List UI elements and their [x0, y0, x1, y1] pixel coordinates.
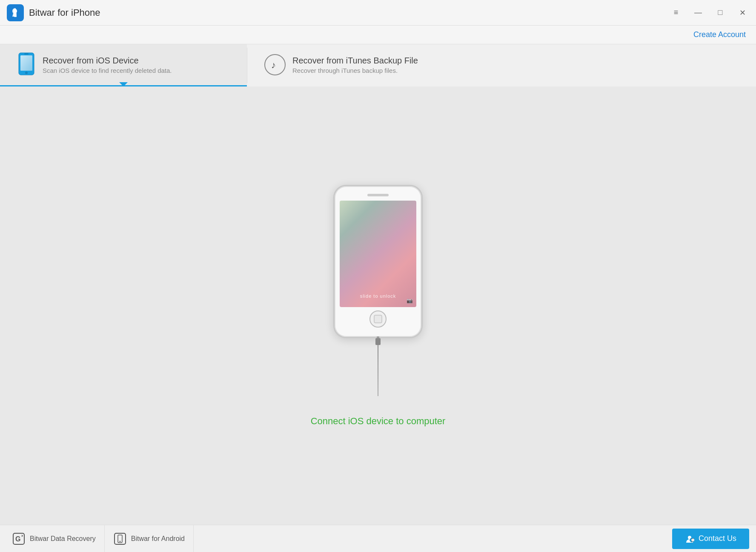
tab-ios-device-title: Recover from iOS Device: [43, 56, 172, 66]
minimize-button[interactable]: —: [691, 6, 705, 20]
ios-device-icon: [17, 52, 36, 78]
phone-speaker: [367, 194, 389, 196]
data-recovery-icon: G: [12, 532, 26, 546]
tabs-container: Recover from iOS Device Scan iOS device …: [0, 44, 756, 86]
contact-us-button[interactable]: 💬 Contact Us: [672, 529, 749, 549]
create-account-link[interactable]: Create Account: [693, 30, 746, 39]
app-logo: [7, 4, 24, 21]
phone-home-button-inner: [374, 315, 382, 323]
tab-itunes-subtitle: Recover through iTunes backup files.: [292, 67, 418, 74]
app-title: Bitwar for iPhone: [29, 7, 669, 18]
tab-itunes-content: Recover from iTunes Backup File Recover …: [292, 56, 418, 74]
itunes-icon: ♪: [264, 54, 286, 75]
connect-ios-text: Connect iOS device to computer: [311, 416, 446, 427]
contact-us-label: Contact Us: [699, 534, 736, 543]
phone-unlock-text: slide to unlock: [360, 293, 396, 299]
svg-text:G: G: [15, 535, 20, 543]
bottom-bar: G Bitwar Data Recovery Bitwar for Androi…: [0, 525, 756, 552]
bottom-app-data-recovery[interactable]: G Bitwar Data Recovery: [3, 525, 105, 552]
svg-text:💬: 💬: [690, 538, 694, 542]
window-controls: ≡ — □ ✕: [669, 6, 749, 20]
contact-us-icon: 💬: [685, 534, 694, 543]
phone-home-button: [369, 310, 387, 328]
android-label: Bitwar for Android: [131, 535, 185, 543]
data-recovery-label: Bitwar Data Recovery: [30, 535, 96, 543]
maximize-button[interactable]: □: [713, 6, 727, 20]
close-button[interactable]: ✕: [736, 6, 749, 20]
title-bar: Bitwar for iPhone ≡ — □ ✕: [0, 0, 756, 26]
menu-button[interactable]: ≡: [669, 6, 683, 20]
usb-wire: [378, 345, 378, 396]
tab-ios-device[interactable]: Recover from iOS Device Scan iOS device …: [0, 44, 247, 86]
phone-screen: slide to unlock 📷: [340, 201, 416, 307]
account-bar: Create Account: [0, 26, 756, 44]
android-icon: [113, 532, 127, 546]
usb-connector: [375, 338, 381, 345]
svg-rect-1: [14, 13, 17, 17]
bottom-app-android[interactable]: Bitwar for Android: [105, 525, 194, 552]
tab-ios-device-subtitle: Scan iOS device to find recently deleted…: [43, 67, 172, 74]
tab-ios-device-content: Recover from iOS Device Scan iOS device …: [43, 56, 172, 74]
svg-rect-4: [20, 55, 32, 71]
tab-itunes-backup[interactable]: ♪ Recover from iTunes Backup File Recove…: [247, 44, 494, 86]
phone-body: slide to unlock 📷: [333, 185, 423, 338]
phone-illustration: slide to unlock 📷: [333, 185, 423, 396]
phone-screen-background: [340, 201, 416, 307]
main-content: slide to unlock 📷 Connect iOS device to …: [0, 86, 756, 525]
tab-itunes-title: Recover from iTunes Backup File: [292, 56, 418, 66]
svg-point-0: [14, 9, 17, 13]
usb-cable: [375, 338, 381, 396]
phone-camera-icon: 📷: [407, 298, 413, 304]
svg-rect-6: [24, 53, 29, 55]
svg-text:♪: ♪: [271, 60, 276, 70]
